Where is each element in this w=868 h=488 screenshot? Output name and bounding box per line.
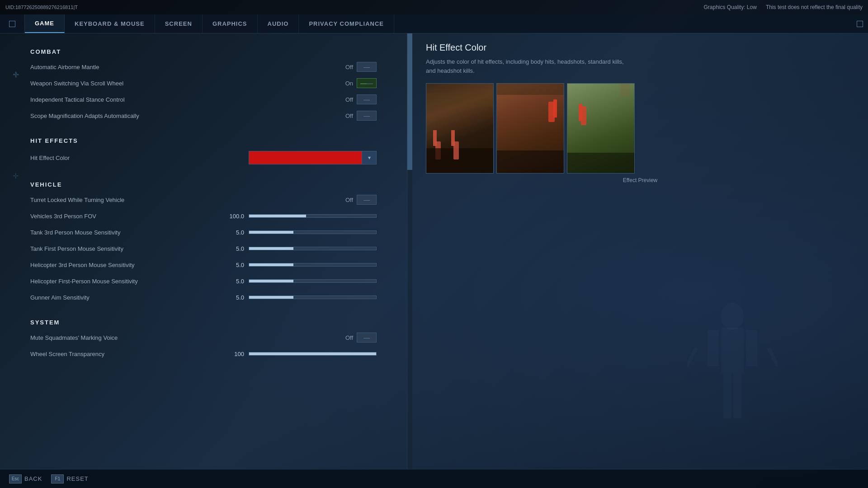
tactical-stance-toggle[interactable]: Off xyxy=(345,94,377,104)
ceiling-2 xyxy=(497,84,564,95)
weapon-switching-label: Weapon Switching Via Scroll Wheel xyxy=(30,80,345,87)
tab-game-label: GAME xyxy=(35,20,54,27)
vehicles-fov-label: Vehicles 3rd Person FOV xyxy=(30,213,217,220)
setting-row-mute-squadmates: Mute Squadmates' Marking Voice Off xyxy=(0,329,407,346)
vehicle-section-header: VEHICLE xyxy=(0,177,407,192)
mute-squadmates-value: Off xyxy=(345,334,353,341)
deco-cross-1: ✛ xyxy=(13,70,19,79)
mute-squadmates-label: Mute Squadmates' Marking Voice xyxy=(30,334,345,341)
gunner-aim-sensitivity-slider[interactable] xyxy=(249,296,377,299)
hit-figure-3 xyxy=(579,104,582,121)
reset-key-badge: F1 xyxy=(51,474,64,483)
reset-button[interactable]: F1 Reset xyxy=(51,474,88,483)
setting-row-weapon-switching: Weapon Switching Via Scroll Wheel On — xyxy=(0,75,407,91)
tank-first-sensitivity-value: 5.0 xyxy=(217,245,244,252)
setting-row-automatic-airborne-mantle: Automatic Airborne Mantle Off xyxy=(0,59,407,75)
turret-locked-dash[interactable] xyxy=(357,195,377,205)
hit-figure-1a xyxy=(433,130,437,146)
weapon-switching-toggle[interactable]: On — xyxy=(345,78,377,88)
vehicles-fov-slider[interactable] xyxy=(249,214,377,218)
wheel-screen-transparency-slider[interactable] xyxy=(249,352,377,356)
setting-row-tactical-stance: Independent Tactical Stance Control Off xyxy=(0,91,407,108)
scroll-thumb[interactable] xyxy=(407,33,412,170)
setting-row-gunner-aim-sensitivity: Gunner Aim Sensitivity 5.0 xyxy=(0,289,407,305)
tab-privacy[interactable]: PRIVACY COMPLIANCE xyxy=(299,14,394,33)
scope-magnification-dash[interactable] xyxy=(357,111,377,121)
wheel-screen-transparency-slider-fill xyxy=(249,352,376,355)
tab-audio-label: AUDIO xyxy=(268,20,289,27)
back-key-badge: Esc xyxy=(9,474,22,483)
scope-magnification-toggle[interactable]: Off xyxy=(345,111,377,121)
tab-keyboard-label: KEYBOARD & MOUSE xyxy=(75,20,145,27)
setting-row-turret-locked: Turret Locked While Turning Vehicle Off xyxy=(0,192,407,208)
tank-first-sensitivity-label: Tank First Person Mouse Sensitivity xyxy=(30,245,217,252)
tab-icon-box xyxy=(9,21,15,27)
vehicles-fov-value: 100.0 xyxy=(217,213,244,220)
automatic-airborne-mantle-toggle[interactable]: Off xyxy=(345,62,377,72)
turret-locked-toggle[interactable]: Off xyxy=(345,195,377,205)
hit-effect-color-label: Hit Effect Color xyxy=(30,155,249,161)
preview-image-3 xyxy=(567,83,635,174)
automatic-airborne-mantle-label: Automatic Airborne Mantle xyxy=(30,64,345,70)
hit-figure-1b xyxy=(451,130,455,146)
tank-3rd-sensitivity-label: Tank 3rd Person Mouse Sensitivity xyxy=(30,229,217,236)
setting-row-tank-first-sensitivity: Tank First Person Mouse Sensitivity 5.0 xyxy=(0,240,407,257)
turret-locked-value: Off xyxy=(345,197,353,203)
setting-row-wheel-screen-transparency: Wheel Screen Transparency 100 xyxy=(0,346,407,362)
hit-effect-color-dropdown[interactable]: ▾ xyxy=(249,151,377,164)
tab-privacy-label: PRIVACY COMPLIANCE xyxy=(309,20,384,27)
tactical-stance-label: Independent Tactical Stance Control xyxy=(30,96,345,103)
turret-locked-label: Turret Locked While Turning Vehicle xyxy=(30,197,345,203)
setting-row-helicopter-first-sensitivity: Helicopter First-Person Mouse Sensitivit… xyxy=(0,273,407,289)
setting-row-scope-magnification: Scope Magnification Adapts Automatically… xyxy=(0,108,407,124)
helicopter-3rd-sensitivity-slider-fill xyxy=(249,263,293,266)
setting-row-vehicles-fov: Vehicles 3rd Person FOV 100.0 xyxy=(0,208,407,224)
ceiling-1 xyxy=(426,93,493,106)
nav-tabs: GAME KEYBOARD & MOUSE SCREEN GRAPHICS AU… xyxy=(0,14,868,33)
helicopter-first-sensitivity-slider[interactable] xyxy=(249,279,377,283)
tab-graphics[interactable]: GRAPHICS xyxy=(203,14,258,33)
mute-squadmates-toggle[interactable]: Off xyxy=(345,333,377,343)
hit-effects-section-header: HIT EFFECTS xyxy=(0,133,407,148)
helicopter-3rd-sensitivity-slider[interactable] xyxy=(249,263,377,267)
combat-section-header: COMBAT xyxy=(0,44,407,59)
automatic-airborne-mantle-dash[interactable] xyxy=(357,62,377,72)
back-button[interactable]: Esc Back xyxy=(9,474,42,483)
gunner-aim-sensitivity-label: Gunner Aim Sensitivity xyxy=(30,294,217,301)
tank-first-sensitivity-slider[interactable] xyxy=(249,247,377,250)
preview-description: Adjusts the color of hit effects, includ… xyxy=(426,57,634,75)
system-section-header: SYSTEM xyxy=(0,314,407,329)
scroll-bar[interactable] xyxy=(407,33,412,488)
preview-title: Hit Effect Color xyxy=(426,42,854,53)
wheel-screen-transparency-value: 100 xyxy=(217,351,244,357)
tab-screen[interactable]: SCREEN xyxy=(155,14,203,33)
back-key-label: Esc xyxy=(12,476,19,481)
reset-key-label: F1 xyxy=(55,476,61,481)
gunner-aim-sensitivity-slider-fill xyxy=(249,296,293,299)
weapon-switching-dash[interactable]: — xyxy=(357,78,377,88)
tab-audio[interactable]: AUDIO xyxy=(258,14,299,33)
tab-graphics-label: GRAPHICS xyxy=(212,20,247,27)
preview-panel: Hit Effect Color Adjusts the color of hi… xyxy=(412,33,868,488)
tactical-stance-dash[interactable] xyxy=(357,94,377,104)
tab-keyboard-mouse[interactable]: KEYBOARD & MOUSE xyxy=(65,14,155,33)
preview-image-1 xyxy=(426,83,494,174)
color-swatch-red xyxy=(249,151,362,164)
helicopter-3rd-sensitivity-label: Helicopter 3rd Person Mouse Sensitivity xyxy=(30,262,217,268)
weapon-switching-value: On xyxy=(345,80,353,87)
top-right-info: Graphics Quality: Low This test does not… xyxy=(703,4,863,10)
tab-game[interactable]: GAME xyxy=(25,14,65,33)
quality-notice-label: This test does not reflect the final qua… xyxy=(766,4,863,10)
preview-images-container xyxy=(426,83,854,174)
tactical-stance-value: Off xyxy=(345,96,353,103)
helicopter-first-sensitivity-slider-fill xyxy=(249,280,293,282)
tank-3rd-sensitivity-slider[interactable] xyxy=(249,230,377,234)
tank-3rd-sensitivity-slider-fill xyxy=(249,231,293,234)
dropdown-arrow-icon[interactable]: ▾ xyxy=(362,151,376,164)
vehicles-fov-slider-fill xyxy=(249,215,306,217)
mute-squadmates-dash[interactable] xyxy=(357,333,377,343)
setting-row-helicopter-3rd-sensitivity: Helicopter 3rd Person Mouse Sensitivity … xyxy=(0,257,407,273)
wheel-screen-transparency-label: Wheel Screen Transparency xyxy=(30,351,217,357)
floor-3 xyxy=(567,153,634,173)
gunner-aim-sensitivity-value: 5.0 xyxy=(217,294,244,301)
